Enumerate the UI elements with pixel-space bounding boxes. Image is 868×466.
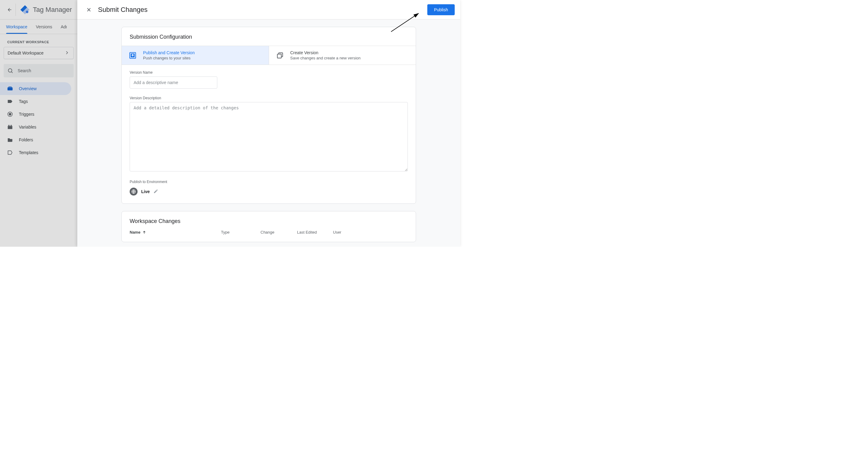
- nav-templates-label: Templates: [19, 150, 38, 155]
- nav-tags[interactable]: Tags: [0, 95, 71, 108]
- workspace-changes-card: Workspace Changes Name Type Change Last …: [121, 211, 416, 242]
- workspace-name: Default Workspace: [8, 51, 43, 55]
- modal-body: Submission Configuration Publish and Cre…: [77, 20, 460, 247]
- svg-point-0: [26, 10, 29, 13]
- col-last-edited[interactable]: Last Edited: [297, 230, 333, 235]
- nav-triggers[interactable]: Triggers: [0, 108, 71, 121]
- upload-icon: [128, 51, 137, 60]
- col-user[interactable]: User: [333, 230, 408, 235]
- svg-rect-7: [277, 54, 281, 58]
- current-workspace-label: CURRENT WORKSPACE: [0, 34, 77, 47]
- option-create-title: Create Version: [290, 50, 361, 55]
- version-name-section: Version Name: [122, 65, 416, 90]
- nav-triggers-label: Triggers: [19, 112, 34, 117]
- templates-icon: [7, 149, 13, 156]
- version-name-label: Version Name: [130, 70, 408, 75]
- nav-overview[interactable]: Overview: [0, 82, 71, 95]
- sidebar-nav: Overview Tags Triggers Variables Folders…: [0, 81, 77, 160]
- col-name-label: Name: [130, 230, 140, 235]
- chevron-right-icon: [64, 50, 70, 56]
- submit-changes-panel: Submit Changes Publish Submission Config…: [77, 0, 460, 247]
- arrow-up-icon: [142, 230, 146, 235]
- tab-workspace[interactable]: Workspace: [6, 20, 27, 34]
- overview-icon: [7, 85, 13, 92]
- nav-templates[interactable]: Templates: [0, 146, 71, 159]
- workspace-selector[interactable]: Default Workspace: [4, 47, 74, 59]
- tab-versions[interactable]: Versions: [36, 20, 52, 34]
- edit-environment-button[interactable]: [153, 189, 158, 195]
- sidebar: Tag Manager Workspace Versions Admin CUR…: [0, 0, 77, 247]
- environment-label: Publish to Environment: [130, 180, 408, 184]
- version-name-input[interactable]: [130, 77, 217, 89]
- gtm-logo-icon: [20, 4, 30, 15]
- svg-point-3: [9, 113, 11, 115]
- tag-icon: [7, 98, 13, 105]
- environment-section: Publish to Environment Live: [122, 174, 416, 203]
- trigger-icon: [7, 111, 13, 118]
- search-placeholder: Search: [18, 68, 31, 73]
- version-description-section: Version Description: [122, 90, 416, 174]
- svg-point-1: [8, 68, 12, 72]
- version-stack-icon: [275, 51, 285, 60]
- environment-name: Live: [141, 189, 150, 194]
- option-publish-create-version[interactable]: Publish and Create Version Push changes …: [122, 46, 269, 64]
- folder-icon: [7, 137, 13, 143]
- workspace-changes-title: Workspace Changes: [122, 211, 416, 225]
- search-icon: [7, 68, 13, 74]
- arrow-left-icon: [7, 7, 12, 12]
- close-button[interactable]: [83, 4, 95, 16]
- option-create-version[interactable]: Create Version Save changes and create a…: [269, 46, 416, 64]
- nav-variables[interactable]: Variables: [0, 121, 71, 134]
- submission-config-card: Submission Configuration Publish and Cre…: [121, 27, 416, 204]
- variables-icon: [7, 124, 13, 130]
- submission-config-title: Submission Configuration: [122, 27, 416, 46]
- col-type[interactable]: Type: [221, 230, 260, 235]
- option-create-sub: Save changes and create a new version: [290, 56, 361, 60]
- version-description-label: Version Description: [130, 96, 408, 100]
- nav-folders-label: Folders: [19, 137, 33, 142]
- tab-admin[interactable]: Admin: [61, 20, 67, 34]
- pencil-icon: [153, 189, 158, 194]
- changes-table-header: Name Type Change Last Edited User: [122, 225, 416, 238]
- col-name[interactable]: Name: [130, 230, 221, 235]
- option-publish-title: Publish and Create Version: [143, 50, 195, 55]
- nav-folders[interactable]: Folders: [0, 134, 71, 146]
- modal-title: Submit Changes: [98, 6, 427, 14]
- globe-icon: [130, 187, 137, 196]
- app-title: Tag Manager: [33, 6, 72, 14]
- close-icon: [86, 7, 92, 13]
- option-publish-sub: Push changes to your sites: [143, 56, 195, 60]
- version-description-input[interactable]: [130, 102, 408, 172]
- nav-overview-label: Overview: [19, 86, 36, 91]
- search-input[interactable]: Search: [4, 64, 74, 77]
- topbar: Tag Manager: [0, 0, 77, 20]
- nav-variables-label: Variables: [19, 124, 36, 129]
- main-tabs: Workspace Versions Admin: [0, 20, 77, 34]
- publish-button[interactable]: Publish: [427, 4, 455, 15]
- nav-tags-label: Tags: [19, 99, 28, 104]
- modal-header: Submit Changes Publish: [77, 0, 460, 20]
- config-options: Publish and Create Version Push changes …: [122, 46, 416, 65]
- back-button[interactable]: [4, 4, 16, 16]
- col-change[interactable]: Change: [260, 230, 297, 235]
